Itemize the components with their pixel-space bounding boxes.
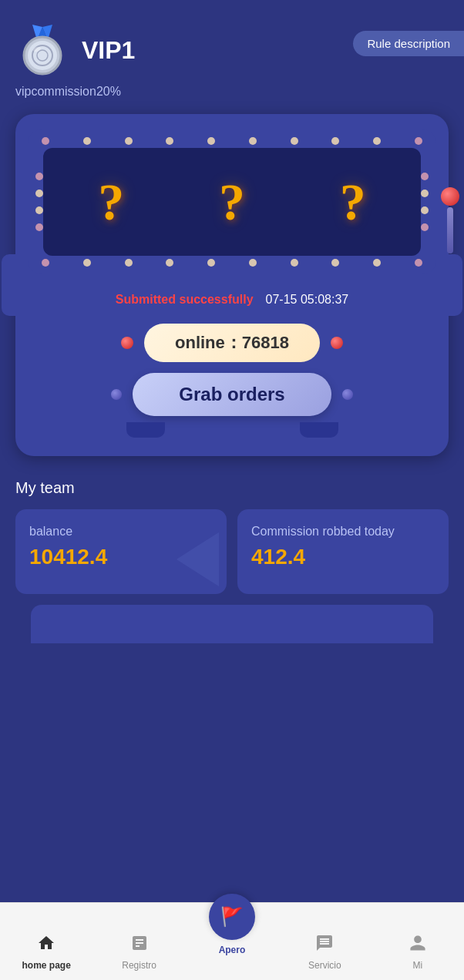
servicio-label: Servicio (308, 960, 341, 971)
vip-commission-text: vipcommission20% (0, 85, 464, 114)
dot-t5 (249, 137, 257, 145)
commission-card: Commission robbed today 412.4 (237, 509, 449, 594)
slot-display: ? ? ? (43, 148, 421, 256)
lever[interactable] (441, 187, 459, 253)
grab-orders-row: Grab orders (28, 373, 436, 416)
stats-grid: balance 10412.4 Commission robbed today … (15, 509, 449, 594)
dot-r1 (421, 173, 429, 180)
medal-icon (15, 23, 69, 77)
online-badge: online：76818 (144, 324, 320, 362)
my-team-section: My team balance 10412.4 Commission robbe… (0, 479, 464, 643)
home-icon (37, 934, 55, 957)
timestamp: 07-15 05:08:37 (266, 293, 349, 307)
servicio-icon (315, 934, 334, 957)
nav-registro[interactable]: Registro (113, 934, 166, 971)
dot-l1 (35, 173, 43, 180)
dot-r3 (421, 206, 429, 214)
dot-br1 (415, 259, 422, 267)
nav-mi[interactable]: Mi (391, 934, 445, 971)
balance-arrow (177, 532, 219, 586)
lever-ball (441, 187, 459, 206)
dot-b5 (249, 259, 257, 267)
dot-b8 (373, 259, 381, 267)
mi-label: Mi (412, 960, 422, 971)
vip-level: VIP1 (82, 36, 135, 65)
dots-sides: ? ? ? (35, 148, 429, 256)
dot-t2 (125, 137, 133, 145)
online-row: online：76818 (28, 324, 436, 362)
commission-value: 412.4 (251, 545, 435, 569)
dot-b7 (331, 259, 339, 267)
dots-right-col (421, 166, 429, 237)
dot-b6 (291, 259, 298, 267)
dot-t8 (373, 137, 381, 145)
commission-label: Commission robbed today (251, 525, 435, 539)
balance-card: balance 10412.4 (15, 509, 227, 594)
online-dot-left (121, 337, 133, 349)
dot-t3 (166, 137, 173, 145)
dot-t6 (291, 137, 298, 145)
apero-circle: 🚩 (209, 894, 255, 940)
grab-dot-left (111, 389, 122, 400)
dot-b1 (83, 259, 91, 267)
slot-machine-wrapper: ? ? ? (0, 114, 464, 456)
foot-right (300, 422, 338, 438)
flag-icon: 🚩 (220, 906, 244, 928)
home-label: home page (22, 960, 71, 971)
nav-servicio[interactable]: Servicio (298, 934, 351, 971)
submitted-text: Submitted successfully (116, 293, 254, 307)
dot-l2 (35, 190, 43, 197)
dot-b2 (125, 259, 133, 267)
mi-icon (409, 934, 427, 957)
dot-r4 (421, 223, 429, 231)
dot-b3 (166, 259, 173, 267)
dot-bl1 (42, 259, 49, 267)
dot-tl1 (42, 137, 49, 145)
partial-bottom-card (31, 605, 433, 643)
dot-r2 (421, 190, 429, 197)
dots-top-row (35, 137, 429, 145)
dots-bottom-row (35, 259, 429, 267)
machine-feet (28, 422, 436, 438)
dot-l4 (35, 223, 43, 231)
dot-tr1 (415, 137, 422, 145)
grab-dot-right (342, 389, 353, 400)
foot-left (126, 422, 165, 438)
dot-t1 (83, 137, 91, 145)
dots-left-col (35, 166, 43, 237)
rule-description-button[interactable]: Rule description (353, 31, 464, 56)
registro-icon (130, 934, 149, 957)
apero-label: Apero (219, 945, 246, 955)
nav-apero[interactable]: 🚩 Apero (205, 894, 259, 955)
dot-t7 (331, 137, 339, 145)
grab-orders-button[interactable]: Grab orders (133, 373, 331, 416)
dot-t4 (207, 137, 215, 145)
registro-label: Registro (122, 960, 156, 971)
dot-b4 (207, 259, 215, 267)
dot-l3 (35, 206, 43, 214)
online-dot-right (331, 337, 343, 349)
slot-symbol-3: ? (340, 172, 366, 233)
dots-border: ? ? ? (28, 129, 436, 274)
status-row: Submitted successfully 07-15 05:08:37 (28, 287, 436, 313)
slot-machine: ? ? ? (15, 114, 449, 456)
header: VIP1 Rule description (0, 0, 464, 85)
slot-symbol-2: ? (219, 172, 245, 233)
bottom-navigation: home page Registro 🚩 Apero Servicio Mi (0, 902, 464, 980)
my-team-title: My team (15, 479, 449, 497)
nav-home[interactable]: home page (19, 934, 73, 971)
slot-symbol-1: ? (98, 172, 124, 233)
lever-stick (447, 207, 453, 253)
